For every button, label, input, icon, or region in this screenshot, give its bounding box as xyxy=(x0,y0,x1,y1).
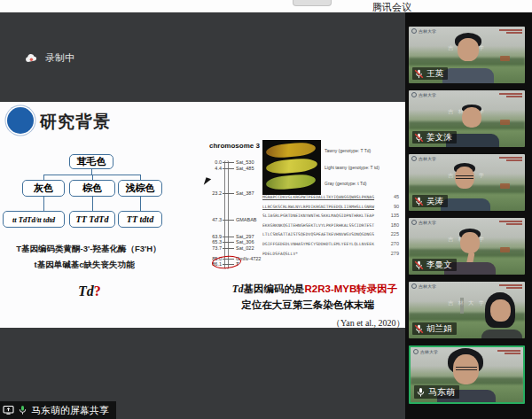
flow-brown-box: 棕色 xyxy=(69,180,115,197)
gene-note-1: T基因编码类黄酮-3'-羟基化酶（F3'H） xyxy=(9,244,168,255)
background-building xyxy=(500,247,510,252)
protein-sequence-block: MGRAPCCDKVGLKRGPWTPEEDALLTKYIQANGGQWRSLP… xyxy=(262,194,399,260)
person-head xyxy=(460,232,480,253)
mic-muted-icon xyxy=(414,197,424,206)
pod-label-tawny: Tawny (genotype: T Td) xyxy=(325,148,371,153)
meeting-main-area: 录制中 研究背景 茸毛色 灰色 棕色 浅棕色 tt TdTd/tt t xyxy=(0,12,532,419)
video-tile-wangying[interactable]: 吉林大学 吉 林 大 学 王英 xyxy=(409,27,525,83)
tile-header-watermark xyxy=(499,220,522,225)
conclusion-line-2: 定位在大豆第三条染色体末端 xyxy=(223,299,392,312)
name-tag: 姜文洙 xyxy=(412,131,457,144)
floating-toolbar-pill[interactable] xyxy=(293,0,332,6)
tencent-meeting-window: 腾讯会议 录制中 研究背景 茸毛色 xyxy=(0,0,532,419)
university-logo: 吉林大学 xyxy=(411,28,436,34)
person-body xyxy=(441,198,490,211)
participant-name: 李曼文 xyxy=(426,260,452,271)
person-glasses xyxy=(456,367,477,370)
chromosome-bar xyxy=(224,160,229,269)
university-logo: 吉林大学 xyxy=(413,349,438,354)
participant-name: 姜文洙 xyxy=(426,132,452,144)
screen-share-badge: 马东萌的屏幕共享 xyxy=(0,401,116,419)
mic-on-icon xyxy=(416,387,426,398)
gene-note-2: t基因单碱基c缺失丧失功能 xyxy=(4,260,164,271)
participants-sidebar: 吉林大学 吉 林 大 学 王英 xyxy=(405,12,532,419)
mic-muted-icon xyxy=(414,69,424,79)
recording-label: 录制中 xyxy=(45,51,74,65)
participant-name: 吴涛 xyxy=(426,196,443,207)
shared-screen-area: 录制中 研究背景 茸毛色 灰色 棕色 浅棕色 tt TdTd/tt t xyxy=(0,12,405,419)
video-tile-jiangwenzhu[interactable]: 吉林大学 吉 林 大 学 姜文洙 xyxy=(409,90,525,147)
name-tag: 胡兰娟 xyxy=(412,322,457,335)
name-tag: 李曼文 xyxy=(412,259,457,271)
tile-header-watermark xyxy=(497,349,520,354)
screen-share-icon xyxy=(3,405,14,415)
tawny-pod xyxy=(265,142,316,159)
citation: （Yan et al., 2020） xyxy=(332,317,405,330)
video-tile-madongmeng-active[interactable]: 吉林大学 马东萌 xyxy=(409,345,525,404)
screen-share-label: 马东萌的屏幕共享 xyxy=(31,404,109,417)
person-body xyxy=(481,330,522,338)
genotype-box-3: TT tdtd xyxy=(118,211,162,228)
light-tawny-pod xyxy=(265,158,317,175)
flow-root-box: 茸毛色 xyxy=(69,154,113,169)
slide-section-title: 研究背景 xyxy=(40,111,111,134)
participant-name: 马东萌 xyxy=(428,386,455,399)
genotype-box-1: tt TdTd/tt tdtd xyxy=(3,211,65,228)
name-tag: 吴涛 xyxy=(412,195,448,207)
video-tile-limanwen[interactable]: 吉林大学 吉 林 大 学 李曼文 xyxy=(409,218,525,275)
university-logo: 吉林大学 xyxy=(411,156,436,161)
background-building xyxy=(500,183,510,189)
recording-indicator: 录制中 xyxy=(25,51,74,65)
tile-header-watermark xyxy=(499,92,522,97)
pod-label-light-tawny: Light tawny (genotype: T td) xyxy=(325,165,379,170)
video-tile-wutao[interactable]: 吉林大学 吉 林 大 学 吴涛 xyxy=(409,154,525,211)
tile-header-watermark xyxy=(499,28,522,34)
mouse-cursor xyxy=(204,177,211,186)
pod-label-gray: Gray (genotype: t Td) xyxy=(325,181,366,186)
person-head xyxy=(458,38,479,61)
university-logo: 吉林大学 xyxy=(411,220,436,225)
tile-header-watermark xyxy=(499,283,522,289)
titlebar: 腾讯会议 xyxy=(0,0,532,12)
background-building xyxy=(500,56,510,61)
background-building xyxy=(500,120,510,125)
person-body xyxy=(442,68,494,83)
video-tile-hulanjuan[interactable]: 吉林大学 吉 林 大 学 胡兰娟 xyxy=(409,282,525,338)
participant-name: 胡兰娟 xyxy=(426,323,452,335)
participant-name: 王英 xyxy=(426,68,443,80)
person-glasses xyxy=(456,175,473,179)
chromosome-title: chromosome 3 xyxy=(209,142,260,150)
td-question: Td? xyxy=(78,283,101,299)
section-bullet-circle xyxy=(7,107,34,134)
presenter-mic-icon xyxy=(18,405,27,415)
university-logo: 吉林大学 xyxy=(411,283,436,289)
flow-gray-box: 灰色 xyxy=(22,180,65,197)
person-head xyxy=(462,107,481,128)
conclusion-line-1: Td基因编码的是R2R3-MYB转录因子 xyxy=(222,283,408,296)
mic-muted-icon xyxy=(414,133,424,143)
tile-header-watermark xyxy=(499,156,522,161)
mic-muted-icon xyxy=(414,324,424,334)
genotype-box-2: TT TdTd xyxy=(69,211,115,228)
name-tag: 王英 xyxy=(412,67,448,80)
cloud-recording-icon xyxy=(25,53,38,63)
td-gene-label: Td xyxy=(78,283,94,299)
presentation-slide: 研究背景 茸毛色 灰色 棕色 浅棕色 tt TdTd/tt tdtd TT Td… xyxy=(0,102,405,328)
question-mark: ? xyxy=(94,283,101,299)
soybean-pods-photo xyxy=(262,140,321,195)
gray-pod xyxy=(265,174,316,191)
flow-lightbrown-box: 浅棕色 xyxy=(118,180,162,197)
video-tile-list: 吉林大学 吉 林 大 学 王英 xyxy=(409,27,529,411)
name-tag: 马东萌 xyxy=(414,385,459,399)
university-logo: 吉林大学 xyxy=(411,92,436,97)
mic-muted-icon xyxy=(414,260,424,270)
person-head xyxy=(490,299,511,322)
